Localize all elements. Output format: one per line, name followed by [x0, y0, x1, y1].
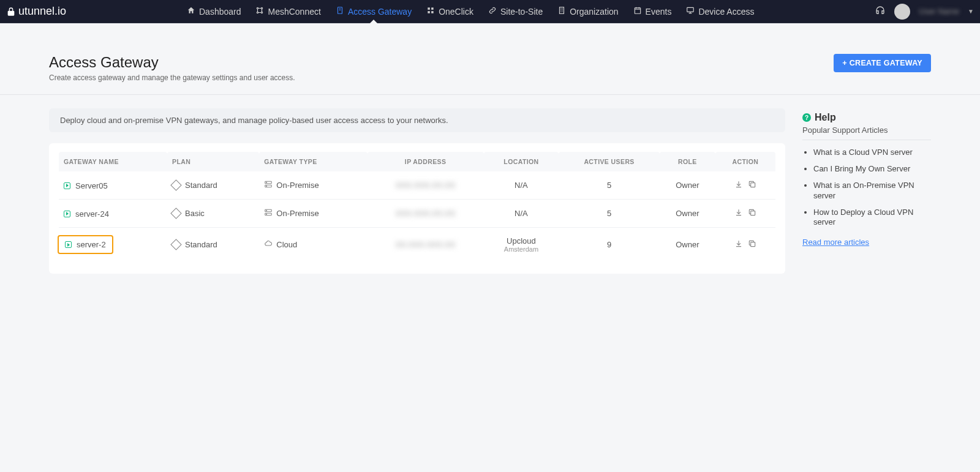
chevron-down-icon[interactable]: ▼ — [968, 8, 974, 15]
gateway-type: On-Premise — [264, 180, 318, 190]
ip-address: XX.XXX.XXX.XX — [396, 240, 456, 249]
col-gateway-name: GATEWAY NAME — [59, 152, 167, 171]
active-users: 5 — [559, 171, 660, 200]
svg-point-1 — [262, 7, 263, 9]
nav-organization[interactable]: Organization — [550, 0, 625, 23]
col-role: ROLE — [660, 152, 715, 171]
info-banner: Deploy cloud and on-premise VPN gateways… — [49, 108, 785, 132]
svg-rect-10 — [635, 8, 640, 13]
status-icon — [65, 241, 72, 248]
copy-icon[interactable] — [748, 208, 756, 219]
nav-oneclick[interactable]: OneClick — [419, 0, 481, 23]
grid-icon — [426, 6, 435, 17]
svg-rect-5 — [428, 7, 430, 10]
col-action: ACTION — [715, 152, 775, 171]
help-article[interactable]: What is a Cloud VPN server — [813, 148, 931, 158]
gateway-icon — [336, 6, 344, 17]
mesh-icon — [255, 6, 264, 17]
active-users: 5 — [559, 200, 660, 228]
nav-label: Device Access — [698, 7, 754, 17]
main-nav: DashboardMeshConnectAccess GatewayOneCli… — [179, 0, 761, 23]
nav-access-gateway[interactable]: Access Gateway — [328, 0, 419, 23]
help-subtitle: Popular Support Articles — [802, 125, 931, 135]
support-icon[interactable] — [875, 5, 886, 18]
plan-value: Basic — [172, 209, 205, 218]
read-more-link[interactable]: Read more articles — [802, 238, 869, 247]
nav-events[interactable]: Events — [626, 0, 679, 23]
gateway-type: Cloud — [264, 239, 297, 250]
nav-label: Access Gateway — [348, 7, 412, 17]
topbar: utunnel.io DashboardMeshConnectAccess Ga… — [0, 0, 980, 23]
role: Owner — [660, 200, 715, 228]
plan-value: Standard — [172, 181, 217, 190]
nav-meshconnect[interactable]: MeshConnect — [248, 0, 328, 23]
brand-logo[interactable]: utunnel.io — [6, 5, 66, 18]
calendar-icon — [633, 6, 642, 17]
brand-text: utunnel.io — [18, 5, 66, 18]
ip-address: XXX.XXX.XX.XX — [396, 209, 456, 218]
location: N/A — [484, 200, 559, 228]
lock-icon — [6, 7, 16, 17]
help-article[interactable]: How to Deploy a Cloud VPN server — [813, 208, 931, 228]
nav-device-access[interactable]: Device Access — [679, 0, 761, 23]
svg-rect-9 — [560, 7, 564, 14]
help-title-text: Help — [815, 112, 836, 123]
copy-icon[interactable] — [748, 180, 756, 190]
download-icon[interactable] — [734, 180, 743, 190]
col-gateway-type: GATEWAY TYPE — [259, 152, 367, 171]
copy-icon[interactable] — [748, 239, 756, 250]
create-gateway-button[interactable]: + CREATE GATEWAY — [834, 54, 931, 72]
download-icon[interactable] — [734, 239, 743, 250]
nav-label: Organization — [570, 7, 618, 17]
page-title: Access Gateway — [49, 54, 295, 71]
col-ip-address: IP ADDRESS — [368, 152, 484, 171]
svg-point-2 — [257, 12, 258, 13]
help-icon: ? — [802, 113, 811, 122]
active-users: 9 — [559, 228, 660, 262]
table-row[interactable]: server-2StandardCloudXX.XXX.XXX.XXUpclou… — [59, 228, 775, 262]
col-plan: PLAN — [167, 152, 259, 171]
cloud-icon — [264, 239, 273, 250]
help-article[interactable]: Can I Bring My Own Server — [813, 164, 931, 174]
svg-rect-16 — [751, 183, 755, 187]
table-row[interactable]: server-24BasicOn-PremiseXXX.XXX.XX.XXN/A… — [59, 200, 775, 228]
svg-rect-6 — [431, 7, 434, 10]
table-body: Server05StandardOn-PremiseXXX.XXX.XX.XXN… — [59, 171, 775, 261]
page-header: Access Gateway Create access gateway and… — [0, 54, 980, 82]
svg-rect-11 — [687, 7, 694, 12]
gateways-card: GATEWAY NAMEPLANGATEWAY TYPEIP ADDRESSLO… — [49, 143, 785, 274]
content: Deploy cloud and on-premise VPN gateways… — [0, 95, 980, 298]
help-article[interactable]: What is an On-Premise VPN server — [813, 181, 931, 201]
location: N/A — [484, 171, 559, 200]
gateway-name[interactable]: Server05 — [64, 181, 108, 190]
gateway-name[interactable]: server-2 — [58, 235, 113, 254]
gateways-table: GATEWAY NAMEPLANGATEWAY TYPEIP ADDRESSLO… — [59, 152, 775, 261]
help-panel: ? Help Popular Support Articles What is … — [802, 108, 931, 247]
svg-point-14 — [266, 182, 267, 183]
svg-rect-8 — [431, 11, 434, 13]
nav-label: MeshConnect — [268, 7, 320, 17]
svg-point-3 — [262, 12, 263, 13]
nav-site-to-site[interactable]: Site-to-Site — [481, 0, 550, 23]
table-row[interactable]: Server05StandardOn-PremiseXXX.XXX.XX.XXN… — [59, 171, 775, 200]
gateway-name[interactable]: server-24 — [64, 209, 109, 219]
help-articles: What is a Cloud VPN serverCan I Bring My… — [802, 148, 931, 228]
svg-point-0 — [257, 7, 258, 9]
page-subtitle: Create access gateway and manage the gat… — [49, 73, 295, 82]
location: UpcloudAmsterdam — [484, 228, 559, 262]
server-icon — [264, 180, 273, 190]
user-avatar[interactable] — [894, 4, 910, 20]
role: Owner — [660, 171, 715, 200]
col-location: LOCATION — [484, 152, 559, 171]
download-icon[interactable] — [734, 208, 743, 219]
svg-point-19 — [266, 211, 267, 211]
role: Owner — [660, 228, 715, 262]
building-icon — [557, 6, 566, 17]
plan-value: Standard — [172, 240, 217, 249]
topbar-right: User Name ▼ — [875, 4, 974, 20]
link-icon — [488, 6, 497, 17]
svg-rect-22 — [751, 242, 755, 247]
help-divider — [802, 140, 931, 140]
nav-dashboard[interactable]: Dashboard — [179, 0, 249, 23]
ip-address: XXX.XXX.XX.XX — [396, 181, 456, 190]
